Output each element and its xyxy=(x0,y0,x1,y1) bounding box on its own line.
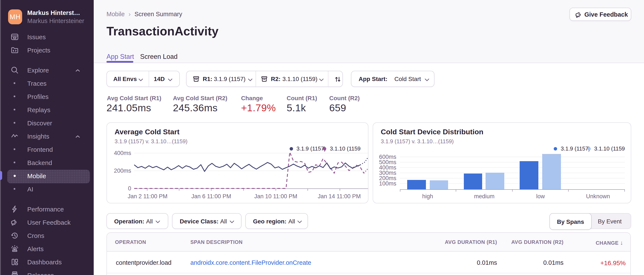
svg-text:high: high xyxy=(422,193,433,199)
svg-text:Jan 2 11:00 PM: Jan 2 11:00 PM xyxy=(128,193,168,199)
svg-text:100ms: 100ms xyxy=(379,180,396,187)
svg-text:Unknown: Unknown xyxy=(586,193,610,199)
svg-text:Jan 6 11:00 PM: Jan 6 11:00 PM xyxy=(191,193,231,199)
svg-text:400ms: 400ms xyxy=(114,150,131,156)
svg-text:0: 0 xyxy=(128,185,131,192)
svg-text:200ms: 200ms xyxy=(114,168,131,174)
svg-text:Jan 10 11:00 PM: Jan 10 11:00 PM xyxy=(254,193,297,199)
svg-text:low: low xyxy=(536,193,545,199)
svg-text:medium: medium xyxy=(474,193,494,199)
svg-text:Jan 14 11:00 PM: Jan 14 11:00 PM xyxy=(318,193,361,199)
